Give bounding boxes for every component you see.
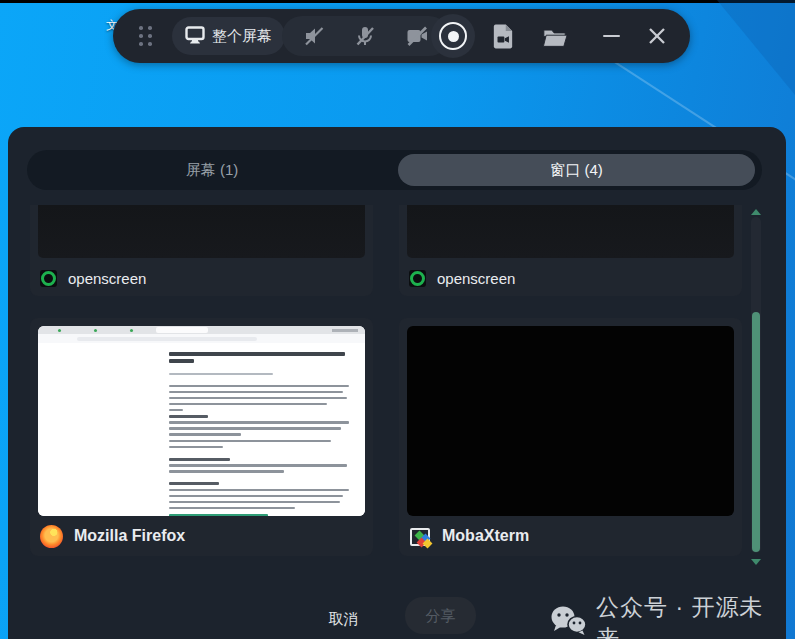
window-list-scrollbar (749, 205, 763, 565)
window-thumbnail (38, 326, 365, 516)
window-thumbnail (38, 205, 365, 258)
window-card-firefox[interactable]: Mozilla Firefox (30, 318, 373, 556)
window-title: openscreen (68, 270, 146, 287)
window-label-row: Mozilla Firefox (40, 524, 185, 548)
close-icon[interactable] (643, 22, 671, 50)
firefox-icon (40, 525, 63, 548)
watermark-text: 公众号 · 开源未来 (596, 592, 786, 639)
watermark: 公众号 · 开源未来 (549, 592, 786, 639)
openscreen-icon (409, 270, 426, 287)
tab-screens[interactable]: 屏幕 (1) (27, 150, 397, 190)
window-thumbnail (407, 205, 734, 258)
recorder-toolbar: 整个屏幕 (113, 9, 690, 63)
source-type-tabbar: 屏幕 (1) 窗口 (4) (27, 150, 762, 190)
tab-windows[interactable]: 窗口 (4) (398, 154, 755, 186)
screen-top-edge (0, 0, 795, 3)
window-label-row: openscreen (40, 267, 146, 289)
minimize-icon[interactable] (597, 22, 625, 50)
recording-file-icon[interactable] (489, 22, 517, 50)
window-thumbnail (407, 326, 734, 516)
wechat-icon (549, 604, 587, 639)
window-title: MobaXterm (442, 527, 529, 545)
scroll-down-arrow[interactable] (751, 559, 761, 565)
record-button[interactable] (431, 14, 475, 58)
openscreen-icon (40, 270, 57, 287)
scroll-up-arrow[interactable] (751, 209, 761, 215)
share-entire-screen-button[interactable]: 整个屏幕 (172, 17, 285, 55)
mic-muted-icon[interactable] (351, 22, 379, 50)
camera-muted-icon[interactable] (403, 22, 431, 50)
window-card-openscreen-1[interactable]: openscreen (30, 205, 373, 296)
share-picker-dialog: 屏幕 (1) 窗口 (4) openscreen openscreen (8, 127, 786, 639)
monitor-icon (185, 26, 205, 47)
share-button[interactable]: 分享 (405, 597, 476, 634)
window-label-row: MobaXterm (409, 524, 529, 548)
open-folder-icon[interactable] (541, 24, 569, 52)
speaker-muted-icon[interactable] (300, 22, 328, 50)
record-icon (439, 22, 467, 50)
scrollbar-thumb[interactable] (752, 312, 760, 552)
mobaxterm-icon (409, 525, 431, 547)
mute-toggle-group (282, 16, 449, 56)
wallpaper-facet (675, 0, 795, 95)
share-entire-screen-label: 整个屏幕 (212, 27, 272, 46)
window-card-openscreen-2[interactable]: openscreen (399, 205, 742, 296)
window-card-mobaxterm[interactable]: MobaXterm (399, 318, 742, 556)
cancel-button[interactable]: 取消 (321, 605, 366, 633)
window-title: openscreen (437, 270, 515, 287)
drag-handle-icon[interactable] (139, 26, 152, 46)
window-title: Mozilla Firefox (74, 527, 185, 545)
window-label-row: openscreen (409, 267, 515, 289)
